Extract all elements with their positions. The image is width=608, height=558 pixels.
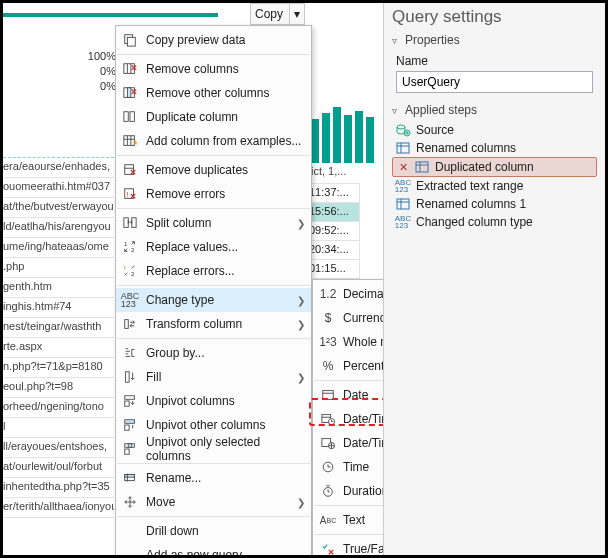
mi-copy-preview[interactable]: Copy preview data: [116, 28, 311, 52]
svg-text:2: 2: [131, 246, 135, 253]
svg-point-53: [397, 125, 405, 129]
svg-rect-32: [125, 320, 129, 329]
duplicate-icon: [120, 109, 140, 125]
pct-100: 100%: [88, 49, 116, 64]
pct-0a: 0%: [88, 64, 116, 79]
svg-rect-61: [397, 199, 409, 209]
mi-drill[interactable]: Drill down: [116, 519, 311, 543]
rename-icon: [120, 470, 140, 486]
mi-change-type[interactable]: ABC123 Change type ❯: [116, 288, 311, 312]
chevron-right-icon: ❯: [297, 497, 305, 508]
mi-duplicate[interactable]: Duplicate column: [116, 105, 311, 129]
examples-icon: ★: [120, 133, 140, 149]
mi-replace-errs[interactable]: !2 Replace errors...: [116, 259, 311, 283]
svg-rect-27: [132, 218, 136, 228]
table-row[interactable]: rte.aspx: [3, 338, 114, 358]
table-row[interactable]: n.php?t=71&p=8180: [3, 358, 114, 378]
mi-transform[interactable]: Transform column ❯: [116, 312, 311, 336]
text-icon: ABC: [317, 512, 339, 528]
mi-unpivot[interactable]: Unpivot columns: [116, 389, 311, 413]
table-row[interactable]: ume/ing/hateaas/ome: [3, 238, 114, 258]
properties-header[interactable]: Properties: [392, 33, 597, 47]
table-row[interactable]: .php: [3, 258, 114, 278]
table-row[interactable]: at/the/butvest/erwayou: [3, 198, 114, 218]
table-row[interactable]: nest/teingar/wasthth: [3, 318, 114, 338]
mi-add-new-query[interactable]: Add as new query: [116, 543, 311, 558]
step-renamed[interactable]: Renamed columns: [392, 139, 597, 157]
svg-rect-36: [125, 420, 135, 424]
chevron-right-icon: ❯: [297, 319, 305, 330]
mi-remove-cols[interactable]: Remove columns: [116, 57, 311, 81]
step-changed[interactable]: ABC123 Changed column type: [392, 213, 597, 231]
unpivot-other-icon: [120, 417, 140, 433]
mi-add-from-examples[interactable]: ★ Add column from examples...: [116, 129, 311, 153]
mi-remove-other[interactable]: Remove other columns: [116, 81, 311, 105]
replace-icon: 12: [120, 239, 140, 255]
group-icon: [120, 345, 140, 361]
mi-move[interactable]: Move ❯: [116, 490, 311, 514]
svg-rect-12: [130, 112, 134, 122]
query-settings-panel: Query settings Properties Name Applied s…: [383, 3, 605, 555]
table-row[interactable]: at/ourlewit/oul/forbut: [3, 458, 114, 478]
abc123-icon: ABC123: [394, 179, 412, 193]
mi-group-by[interactable]: Group by...: [116, 341, 311, 365]
split-icon: [120, 215, 140, 231]
remove-dup-icon: [120, 162, 140, 178]
copy-label: Copy: [251, 4, 290, 24]
duration-icon: [317, 483, 339, 499]
svg-rect-44: [323, 391, 334, 400]
fill-icon: [120, 369, 140, 385]
table-row[interactable]: orheed/ngening/tono: [3, 398, 114, 418]
mi-unpivot-other[interactable]: Unpivot other columns: [116, 413, 311, 437]
mi-unpivot-sel[interactable]: Unpivot only selected columns: [116, 437, 311, 461]
bool-icon: [317, 541, 339, 557]
table-row[interactable]: inghis.htm#74: [3, 298, 114, 318]
table-row[interactable]: er/terith/allthaea/ionyouarewa: [3, 498, 114, 518]
table-row[interactable]: ld/eatlha/his/arengyou: [3, 218, 114, 238]
mi-remove-dup[interactable]: Remove duplicates: [116, 158, 311, 182]
copy-dropdown[interactable]: Copy ▾: [250, 3, 305, 25]
table-row[interactable]: ouomeerathi.htm#037: [3, 178, 114, 198]
mi-split[interactable]: Split column ❯: [116, 211, 311, 235]
source-icon: [394, 123, 412, 137]
table-row[interactable]: era/eaourse/enhades,: [3, 158, 114, 178]
svg-rect-35: [125, 401, 129, 406]
panel-title: Query settings: [392, 7, 597, 27]
step-source[interactable]: Source: [392, 121, 597, 139]
query-name-input[interactable]: [396, 71, 593, 93]
mi-fill[interactable]: Fill ❯: [116, 365, 311, 389]
applied-steps-header[interactable]: Applied steps: [392, 103, 597, 117]
time-cells: 11:37:... 15:56:... 09:52:... 20:34:... …: [305, 183, 360, 278]
chevron-right-icon: ❯: [297, 218, 305, 229]
table-row[interactable]: inhentedtha.php?t=35: [3, 478, 114, 498]
step-extracted[interactable]: ABC123 Extracted text range: [392, 177, 597, 195]
mi-replace-vals[interactable]: 12 Replace values...: [116, 235, 311, 259]
svg-rect-42: [125, 475, 135, 478]
delete-step-icon[interactable]: ✕: [399, 161, 408, 174]
remove-err-icon: !: [120, 186, 140, 202]
currency-icon: $: [317, 310, 339, 326]
step-renamed1[interactable]: Renamed columns 1: [392, 195, 597, 213]
table-icon: [394, 197, 412, 211]
table-icon: [394, 141, 412, 155]
svg-text:!: !: [127, 191, 129, 198]
table-row[interactable]: eoul.php?t=98: [3, 378, 114, 398]
svg-text:★: ★: [132, 139, 138, 146]
svg-rect-8: [127, 88, 131, 98]
histogram: [311, 103, 374, 163]
table-row[interactable]: l: [3, 418, 114, 438]
chevron-down-icon[interactable]: ▾: [290, 7, 304, 21]
unpivot-icon: [120, 393, 140, 409]
svg-rect-40: [125, 449, 129, 454]
copy-icon: [120, 32, 140, 48]
mi-remove-err[interactable]: ! Remove errors: [116, 182, 311, 206]
table-icon: [413, 160, 431, 174]
svg-rect-34: [125, 396, 135, 400]
table-row[interactable]: ll/erayoues/entshoes,: [3, 438, 114, 458]
mi-rename[interactable]: Rename...: [116, 466, 311, 490]
svg-rect-1: [127, 37, 135, 46]
chevron-right-icon: ❯: [297, 372, 305, 383]
svg-text:!: !: [124, 264, 126, 271]
step-duplicated[interactable]: ✕ Duplicated column: [392, 157, 597, 177]
table-row[interactable]: genth.htm: [3, 278, 114, 298]
